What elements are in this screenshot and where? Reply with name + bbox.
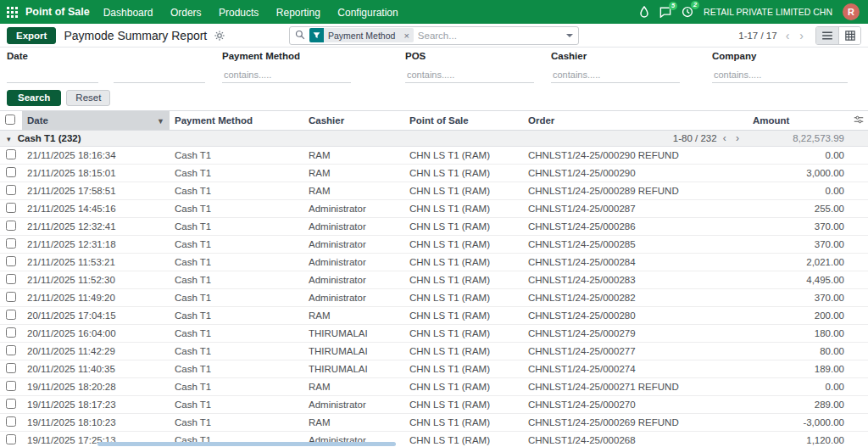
column-header-point-of-sale[interactable]: Point of Sale: [404, 111, 523, 131]
select-all-checkbox[interactable]: [5, 115, 15, 125]
table-row[interactable]: 20/11/2025 11:42:29Cash T1THIRUMALAICHN …: [0, 343, 868, 360]
row-checkbox[interactable]: [6, 149, 16, 159]
horizontal-scrollbar[interactable]: [97, 442, 396, 446]
export-button[interactable]: Export: [7, 27, 56, 44]
company-switcher[interactable]: RETAIL PRIVATE LIMITED CHN: [704, 7, 832, 17]
search-input[interactable]: [414, 31, 561, 41]
row-checkbox-cell[interactable]: [0, 165, 22, 182]
column-header-payment-method[interactable]: Payment Method: [170, 111, 303, 131]
row-checkbox[interactable]: [6, 221, 16, 231]
payment-method-input[interactable]: [222, 70, 351, 83]
table-row[interactable]: 21/11/2025 11:52:30Cash T1AdministratorC…: [0, 271, 868, 289]
list-view-button[interactable]: [816, 27, 838, 44]
row-checkbox-cell[interactable]: [0, 343, 22, 360]
row-checkbox-cell[interactable]: [0, 218, 22, 236]
row-checkbox-cell[interactable]: [0, 325, 22, 343]
pager-next-button[interactable]: ›: [796, 30, 807, 42]
row-spacer: [849, 147, 868, 165]
action-gear-icon[interactable]: [214, 31, 225, 41]
date-to-input[interactable]: [114, 70, 205, 83]
row-checkbox-cell[interactable]: [0, 360, 22, 378]
sort-desc-icon: ▼: [157, 117, 164, 126]
menu-orders[interactable]: Orders: [170, 7, 202, 19]
apps-menu-icon[interactable]: [7, 7, 18, 18]
pivot-view-button[interactable]: [838, 27, 860, 44]
table-row[interactable]: 19/11/2025 18:20:28Cash T1RAMCHN LS T1 (…: [0, 378, 868, 396]
group-row[interactable]: ▾ Cash T1 (232) 1-80 / 232 ‹ › 8,22,573.…: [0, 131, 868, 147]
column-header-date[interactable]: Date▼: [22, 111, 170, 131]
row-checkbox-cell[interactable]: [0, 254, 22, 271]
row-checkbox-cell[interactable]: [0, 236, 22, 254]
row-checkbox[interactable]: [6, 416, 16, 427]
select-all-cell[interactable]: [0, 111, 22, 131]
row-checkbox[interactable]: [6, 310, 16, 320]
table-row[interactable]: 21/11/2025 14:45:16Cash T1AdministratorC…: [0, 200, 868, 218]
row-checkbox-cell[interactable]: [0, 271, 22, 289]
table-row[interactable]: 21/11/2025 17:58:51Cash T1RAMCHN LS T1 (…: [0, 182, 868, 200]
menu-dashboard[interactable]: Dashboard: [103, 7, 153, 19]
droplet-icon[interactable]: [639, 6, 649, 18]
row-checkbox[interactable]: [6, 292, 16, 302]
row-checkbox[interactable]: [6, 203, 16, 213]
row-checkbox[interactable]: [6, 327, 16, 338]
messages-icon[interactable]: 5: [659, 7, 671, 18]
filter-reset-button[interactable]: Reset: [66, 90, 110, 106]
table-row[interactable]: 19/11/2025 18:17:23Cash T1AdministratorC…: [0, 396, 868, 414]
user-avatar[interactable]: R: [843, 3, 860, 20]
row-checkbox[interactable]: [6, 381, 16, 391]
table-row[interactable]: 21/11/2025 12:31:18Cash T1AdministratorC…: [0, 236, 868, 254]
filter-label-payment-method: Payment Method: [222, 51, 405, 61]
row-checkbox[interactable]: [6, 345, 16, 355]
column-header-amount[interactable]: Amount: [748, 111, 849, 131]
facet-remove-icon[interactable]: ×: [399, 31, 413, 41]
search-facet-payment-method[interactable]: Payment Method ×: [309, 28, 414, 42]
table-row[interactable]: 20/11/2025 16:04:00Cash T1THIRUMALAICHN …: [0, 325, 868, 343]
cell-order: CHNLST1/24-25/000277: [523, 343, 748, 360]
menu-reporting[interactable]: Reporting: [276, 7, 320, 19]
menu-products[interactable]: Products: [219, 7, 259, 19]
date-from-input[interactable]: [7, 70, 98, 83]
group-pager-next[interactable]: ›: [732, 132, 743, 144]
app-name[interactable]: Point of Sale: [25, 6, 90, 18]
row-checkbox-cell[interactable]: [0, 414, 22, 432]
row-checkbox[interactable]: [6, 256, 16, 266]
row-checkbox[interactable]: [6, 363, 16, 373]
column-header-cashier[interactable]: Cashier: [303, 111, 404, 131]
cell-amount: 0.00: [748, 182, 849, 200]
pos-input[interactable]: [405, 70, 534, 83]
row-checkbox-cell[interactable]: [0, 432, 22, 447]
table-row[interactable]: 21/11/2025 12:32:41Cash T1AdministratorC…: [0, 218, 868, 236]
group-toggle-icon[interactable]: ▾: [7, 135, 11, 143]
filter-search-button[interactable]: Search: [7, 90, 61, 106]
row-checkbox[interactable]: [6, 238, 16, 249]
column-header-order[interactable]: Order: [523, 111, 748, 131]
row-checkbox-cell[interactable]: [0, 182, 22, 200]
table-row[interactable]: 21/11/2025 18:16:34Cash T1RAMCHN LS T1 (…: [0, 147, 868, 165]
table-row[interactable]: 20/11/2025 17:04:15Cash T1RAMCHN LS T1 (…: [0, 307, 868, 325]
row-checkbox[interactable]: [6, 185, 16, 195]
table-row[interactable]: 19/11/2025 18:10:23Cash T1RAMCHN LS T1 (…: [0, 414, 868, 432]
menu-configuration[interactable]: Configuration: [337, 7, 398, 19]
group-pager-previous[interactable]: ‹: [720, 132, 730, 144]
row-checkbox[interactable]: [6, 399, 16, 409]
row-checkbox[interactable]: [6, 434, 16, 444]
company-input[interactable]: [712, 70, 848, 83]
activities-clock-icon[interactable]: 2: [682, 6, 693, 18]
table-row[interactable]: 21/11/2025 11:53:21Cash T1AdministratorC…: [0, 254, 868, 271]
cell-order: CHNLST1/24-25/000286: [523, 218, 748, 236]
row-checkbox-cell[interactable]: [0, 289, 22, 307]
cashier-input[interactable]: [551, 70, 680, 83]
pager-previous-button[interactable]: ‹: [782, 30, 793, 42]
table-row[interactable]: 21/11/2025 11:49:20Cash T1AdministratorC…: [0, 289, 868, 307]
search-dropdown-toggle[interactable]: [561, 27, 578, 44]
row-checkbox[interactable]: [6, 274, 16, 284]
row-checkbox-cell[interactable]: [0, 147, 22, 165]
table-row[interactable]: 21/11/2025 18:15:01Cash T1RAMCHN LS T1 (…: [0, 165, 868, 182]
row-checkbox[interactable]: [6, 167, 16, 177]
row-checkbox-cell[interactable]: [0, 396, 22, 414]
row-checkbox-cell[interactable]: [0, 378, 22, 396]
table-row[interactable]: 20/11/2025 11:40:35Cash T1THIRUMALAICHN …: [0, 360, 868, 378]
optional-columns-cell[interactable]: [849, 111, 868, 131]
row-checkbox-cell[interactable]: [0, 307, 22, 325]
row-checkbox-cell[interactable]: [0, 200, 22, 218]
